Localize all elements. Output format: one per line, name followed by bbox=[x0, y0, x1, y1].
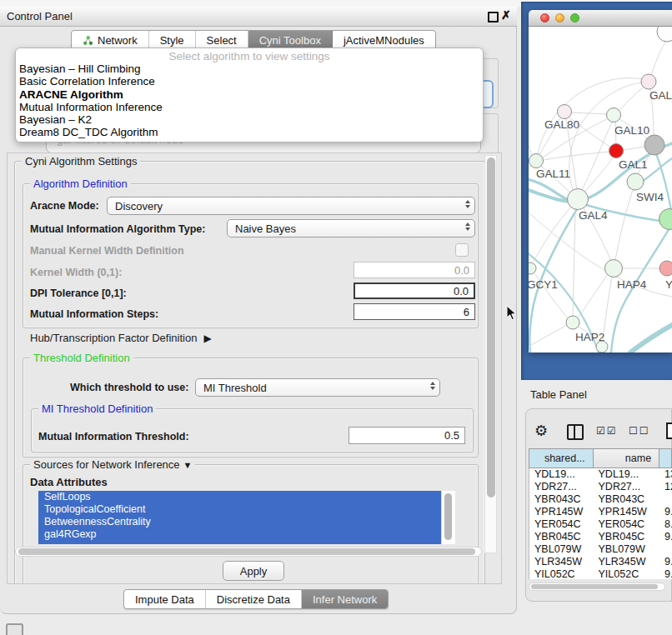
mi-steps-label: Mutual Information Steps: bbox=[30, 308, 158, 320]
attribute-item-selfloops[interactable]: SelfLoops bbox=[38, 491, 455, 503]
tab-jactivemnodules[interactable]: jActiveMNodules bbox=[333, 31, 435, 49]
close-icon[interactable]: ✗ bbox=[501, 8, 511, 22]
algorithm-option-bayesian-hill-climbing[interactable]: Bayesian – Hill Climbing bbox=[16, 62, 483, 75]
algorithm-option-bayesian-k2[interactable]: Bayesian – K2 bbox=[16, 113, 483, 126]
network-window-titlebar[interactable] bbox=[529, 10, 672, 27]
network-node-hap4[interactable] bbox=[605, 260, 623, 278]
table-cell: 9. bbox=[659, 568, 672, 579]
tab-discretize-data[interactable]: Discretize Data bbox=[206, 590, 302, 608]
network-node[interactable] bbox=[596, 341, 608, 352]
table-cell: 12 bbox=[659, 481, 672, 493]
gear-icon[interactable]: ⚙ bbox=[534, 422, 548, 440]
table-row[interactable]: YIL052CYIL052C9. bbox=[529, 568, 672, 579]
network-node[interactable] bbox=[659, 209, 672, 230]
apply-button[interactable]: Apply bbox=[223, 561, 284, 581]
minimize-window-icon[interactable] bbox=[555, 13, 564, 22]
zoom-window-icon[interactable] bbox=[570, 13, 579, 22]
float-panel-icon[interactable] bbox=[488, 12, 499, 22]
table-cell: YBR043C bbox=[594, 493, 660, 506]
deselect-all-columns-icon[interactable]: ☐☐ bbox=[629, 425, 650, 437]
mi-threshold-label: Mutual Information Threshold: bbox=[38, 431, 189, 442]
table-row[interactable]: YDL19...YDL19...13 bbox=[529, 468, 672, 481]
table-row[interactable]: YER054CYER054C8. bbox=[529, 518, 672, 531]
table-cell: 9. bbox=[659, 556, 672, 568]
node-label-swi4: SWI4 bbox=[636, 191, 664, 203]
attribute-item-topologicalcoefficient[interactable]: TopologicalCoefficient bbox=[38, 503, 455, 516]
threshold-definition-title: Threshold Definition bbox=[30, 352, 133, 364]
table-row[interactable]: YBL079WYBL079W bbox=[529, 543, 672, 556]
manual-kernel-checkbox[interactable] bbox=[455, 243, 469, 257]
tab-impute-data[interactable]: Impute Data bbox=[124, 590, 206, 608]
network-edge bbox=[651, 41, 666, 75]
network-node[interactable] bbox=[644, 135, 664, 155]
tab-select[interactable]: Select bbox=[196, 31, 248, 49]
expand-arrow-icon: ▶ bbox=[203, 332, 211, 344]
attribute-item-betweennesscentrality[interactable]: BetweennessCentrality bbox=[38, 516, 455, 528]
dpi-tolerance-field[interactable]: 0.0 bbox=[354, 282, 475, 299]
algorithm-option-mutual-information-inference[interactable]: Mutual Information Inference bbox=[16, 101, 483, 113]
node-label-gal4: GAL4 bbox=[579, 209, 608, 222]
bottom-tab-bar: Impute DataDiscretize DataInfer Network bbox=[123, 589, 389, 609]
algorithm-dropdown-list: Bayesian – Hill ClimbingBasic Correlatio… bbox=[16, 62, 483, 139]
which-threshold-combo[interactable]: MI Threshold bbox=[195, 378, 440, 397]
table-cell: YPR145W bbox=[529, 506, 594, 518]
node-label-gal80: GAL80 bbox=[544, 118, 579, 131]
attribute-item-gal4rgexp[interactable]: gal4RGexp bbox=[38, 528, 455, 541]
tab-style[interactable]: Style bbox=[149, 31, 196, 49]
dpi-tolerance-label: DPI Tolerance [0,1]: bbox=[30, 288, 127, 299]
algorithm-option-aracne-algorithm[interactable]: ARACNE Algorithm bbox=[16, 88, 483, 101]
table-row[interactable]: YBR045CYBR045C9. bbox=[529, 531, 672, 543]
network-node-gal80[interactable] bbox=[558, 105, 572, 119]
network-graph[interactable]: GALGAL80GAL10GAL1GAL11SWI4GAL4HAP4YGCY1H… bbox=[529, 27, 672, 352]
network-canvas[interactable]: GALGAL80GAL10GAL1GAL11SWI4GAL4HAP4YGCY1H… bbox=[529, 27, 672, 352]
settings-vscrollbar-thumb[interactable] bbox=[487, 158, 495, 498]
table-cell: YDR27... bbox=[594, 481, 660, 493]
manual-kernel-label: Manual Kernel Width Definition bbox=[30, 245, 184, 257]
network-node-swi4[interactable] bbox=[627, 173, 644, 190]
network-node-gal1[interactable] bbox=[609, 144, 624, 158]
table-toolbar-icon-fragment[interactable] bbox=[666, 422, 672, 439]
settings-hscrollbar-thumb[interactable] bbox=[18, 548, 475, 555]
column-header-2[interactable] bbox=[659, 449, 672, 468]
column-header-shared[interactable]: shared... bbox=[529, 449, 594, 468]
columns-icon[interactable] bbox=[567, 424, 584, 440]
table-row[interactable]: YDR27...YDR27...12 bbox=[529, 481, 672, 493]
tab-network[interactable]: Network bbox=[72, 31, 149, 49]
table-row[interactable]: YBR043CYBR043C bbox=[529, 493, 672, 506]
network-node-y[interactable] bbox=[659, 261, 672, 276]
network-node-gal4[interactable] bbox=[568, 189, 589, 210]
table-row[interactable]: YLR345WYLR345W9. bbox=[529, 556, 672, 568]
table-hscrollbar-thumb[interactable] bbox=[531, 584, 658, 589]
select-all-columns-icon[interactable]: ☑☑ bbox=[596, 425, 618, 437]
algorithm-option-dream8-dc-tdc-algorithm[interactable]: Dream8 DC_TDC Algorithm bbox=[16, 126, 483, 138]
table-cell: YBR045C bbox=[594, 531, 660, 543]
collapse-arrow-icon[interactable]: ▼ bbox=[183, 460, 193, 470]
aracne-mode-combo[interactable]: Discovery bbox=[107, 197, 475, 215]
algorithm-option-basic-correlation-inference[interactable]: Basic Correlation Inference bbox=[16, 75, 483, 88]
mi-algorithm-type-combo[interactable]: Naive Bayes bbox=[227, 219, 475, 238]
tab-cyni-toolbox[interactable]: Cyni Toolbox bbox=[248, 31, 333, 49]
network-node-gcy1[interactable] bbox=[529, 262, 536, 274]
column-header-name[interactable]: name bbox=[594, 449, 660, 468]
network-node[interactable] bbox=[657, 27, 672, 42]
data-attributes-list[interactable]: SelfLoopsTopologicalCoefficientBetweenne… bbox=[38, 491, 455, 544]
which-threshold-label: Which threshold to use: bbox=[70, 382, 188, 393]
network-node-hap2[interactable] bbox=[566, 316, 579, 329]
table-body[interactable]: YDL19...YDL19...13YDR27...YDR27...12YBR0… bbox=[529, 468, 672, 579]
mi-threshold-field[interactable]: 0.5 bbox=[349, 427, 465, 444]
network-node-gal[interactable] bbox=[641, 74, 656, 89]
hub-definition-expander[interactable]: Hub/Transcription Factor Definition ▶ bbox=[30, 332, 212, 344]
algorithm-definition-title: Algorithm Definition bbox=[30, 178, 131, 190]
table-panel-title: Table Panel bbox=[530, 388, 587, 401]
close-window-icon[interactable] bbox=[540, 13, 549, 22]
network-edge bbox=[630, 325, 672, 352]
attributes-scrollbar-thumb[interactable] bbox=[444, 493, 452, 540]
network-node-gal11[interactable] bbox=[529, 154, 544, 168]
network-node-gal10[interactable] bbox=[607, 108, 621, 122]
table-row[interactable]: YPR145WYPR145W9. bbox=[529, 506, 672, 518]
network-edge bbox=[581, 122, 612, 192]
table-header-row: shared...name bbox=[529, 448, 672, 468]
mi-steps-field[interactable]: 6 bbox=[354, 303, 475, 320]
network-edge bbox=[583, 158, 613, 194]
tab-infer-network[interactable]: Infer Network bbox=[302, 590, 388, 608]
